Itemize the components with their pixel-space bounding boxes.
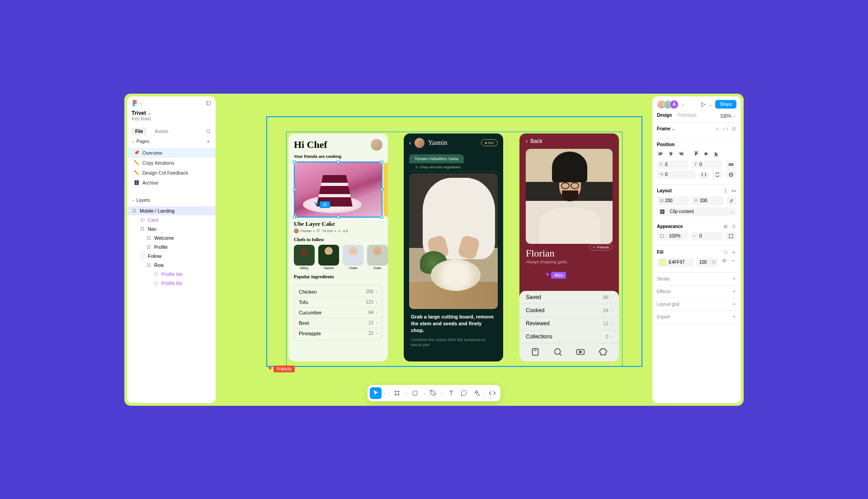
align-right-icon[interactable] bbox=[677, 150, 685, 158]
chevron-down-icon[interactable]: ⌄ bbox=[422, 387, 426, 399]
svg-point-59 bbox=[724, 251, 725, 252]
chevron-down-icon[interactable]: ⌄ bbox=[132, 198, 135, 202]
selected-card[interactable] bbox=[294, 162, 382, 218]
mockup-live-cooking[interactable]: ‹Yasminlive Tomato-Habañero Salsa 2. Cho… bbox=[404, 133, 503, 361]
mockup-landing[interactable]: Hi Chef Your friends are cooking Ube Lay… bbox=[288, 133, 388, 361]
export-section[interactable]: Export bbox=[652, 311, 741, 323]
y-input[interactable]: Y0 bbox=[691, 161, 723, 169]
fill-remove-icon[interactable] bbox=[730, 258, 736, 263]
svg-rect-85 bbox=[413, 391, 417, 395]
stat-row: Reviewed12› bbox=[519, 317, 619, 330]
fit-icon[interactable] bbox=[715, 126, 720, 132]
clip-content-select[interactable]: Clip content⌄ bbox=[657, 207, 736, 216]
mockup-profile[interactable]: ‹Back Florian Always chopping garlic. ✓ … bbox=[519, 133, 619, 361]
dev-mode-icon[interactable] bbox=[723, 126, 728, 132]
page-overview[interactable]: 📌Overview bbox=[127, 148, 216, 158]
align-bottom-icon[interactable] bbox=[712, 150, 720, 158]
frame-header: Frame bbox=[657, 126, 670, 131]
page-copy-iterations[interactable]: ✏️Copy Iterations bbox=[127, 158, 216, 168]
rotation-input[interactable]: ⟲0 bbox=[657, 171, 696, 179]
move-tool-button[interactable] bbox=[370, 387, 382, 399]
layer-row[interactable]: Row bbox=[127, 261, 216, 270]
actions-tool-button[interactable] bbox=[471, 387, 482, 399]
text-tool-button[interactable] bbox=[445, 387, 457, 399]
page-design-crit[interactable]: ✏️Design Crit Feedback bbox=[127, 168, 216, 178]
constrain-icon[interactable] bbox=[726, 196, 736, 205]
comment-tool-button[interactable] bbox=[458, 387, 470, 399]
fill-visible-icon[interactable] bbox=[721, 258, 727, 263]
more-icon[interactable] bbox=[726, 171, 736, 179]
svg-point-61 bbox=[724, 253, 725, 254]
fill-opacity-input[interactable]: 100 % bbox=[697, 258, 718, 267]
autolayout-v-icon[interactable] bbox=[723, 188, 728, 194]
tab-prototype[interactable]: Prototype bbox=[677, 113, 697, 119]
chef-avatar bbox=[415, 138, 425, 148]
project-title[interactable]: Trivet⌄ bbox=[127, 108, 216, 116]
chevron-down-icon[interactable]: ⌄ bbox=[404, 387, 408, 399]
share-button[interactable]: Share bbox=[715, 100, 736, 109]
corner-radius-input[interactable]: ⌐0 bbox=[691, 232, 723, 240]
chevron-down-icon[interactable]: ⌄ bbox=[132, 139, 135, 144]
pen-tool-button[interactable] bbox=[427, 387, 439, 399]
tab-file[interactable]: File bbox=[132, 128, 146, 135]
flip-h-icon[interactable] bbox=[698, 171, 709, 179]
visibility-icon[interactable] bbox=[723, 224, 728, 229]
tab-assets[interactable]: Assets bbox=[151, 128, 172, 135]
dev-mode-button[interactable] bbox=[486, 387, 498, 399]
blend-mode-icon[interactable] bbox=[731, 224, 736, 229]
autolayout-h-icon[interactable] bbox=[731, 188, 736, 194]
stroke-section[interactable]: Stroke bbox=[652, 273, 741, 285]
align-left-icon[interactable] bbox=[657, 150, 665, 158]
styles-icon[interactable] bbox=[723, 250, 728, 255]
chevron-down-icon[interactable]: ⌄ bbox=[672, 127, 675, 131]
add-page-icon[interactable] bbox=[206, 139, 211, 144]
tab-design[interactable]: Design bbox=[657, 113, 672, 119]
frame-tool-button[interactable] bbox=[391, 387, 403, 399]
layer-frame[interactable]: Mobile / Landing bbox=[127, 206, 216, 215]
panel-toggle-icon[interactable] bbox=[206, 100, 211, 106]
canvas[interactable]: Hi Chef Your friends are cooking Ube Lay… bbox=[223, 96, 645, 403]
search-icon[interactable] bbox=[206, 128, 211, 134]
align-vcenter-icon[interactable] bbox=[702, 150, 710, 158]
layer-tile-1[interactable]: Profile tile bbox=[127, 270, 216, 279]
svg-marker-80 bbox=[580, 351, 582, 353]
avatar[interactable]: A bbox=[670, 100, 679, 109]
layer-welcome[interactable]: Welcome bbox=[127, 233, 216, 242]
width-input[interactable]: W200 bbox=[657, 196, 689, 205]
page-archive[interactable]: 🗄️Archive bbox=[127, 178, 216, 188]
layout-grid-section[interactable]: Layout grid bbox=[652, 298, 741, 311]
present-icon[interactable] bbox=[700, 101, 706, 108]
chevron-down-icon[interactable]: ⌄ bbox=[709, 102, 712, 107]
flip-v-icon[interactable] bbox=[712, 171, 723, 179]
add-fill-icon[interactable] bbox=[731, 250, 736, 255]
x-input[interactable]: X0 bbox=[657, 161, 689, 169]
layer-tile-2[interactable]: Profile tile bbox=[127, 279, 216, 288]
layer-follow[interactable]: Follow bbox=[127, 252, 216, 261]
height-input[interactable]: H200 bbox=[692, 196, 724, 205]
component-icon[interactable] bbox=[731, 126, 736, 132]
svg-rect-29 bbox=[732, 127, 736, 130]
recipe-meta: Florian⏱70 min★4.8 bbox=[294, 228, 382, 237]
abs-position-icon[interactable] bbox=[726, 161, 736, 169]
independent-corners-icon[interactable] bbox=[726, 232, 736, 240]
svg-point-65 bbox=[724, 260, 725, 261]
collaborator-avatars[interactable]: A bbox=[657, 100, 679, 109]
chevron-down-icon[interactable]: ⌄ bbox=[440, 387, 444, 399]
chevron-down-icon[interactable]: ⌄ bbox=[382, 387, 387, 399]
fill-swatch[interactable] bbox=[660, 259, 666, 266]
align-hcenter-icon[interactable] bbox=[667, 150, 675, 158]
opacity-input[interactable]: 100% bbox=[657, 232, 689, 240]
figma-menu[interactable]: ⌄ bbox=[132, 100, 143, 106]
layer-nav[interactable]: Nav bbox=[127, 224, 216, 233]
add-icon bbox=[732, 314, 736, 319]
layer-card[interactable]: Card bbox=[127, 215, 216, 224]
shape-tool-button[interactable] bbox=[409, 387, 421, 399]
list-item: Pineapple22› bbox=[294, 328, 382, 338]
step-label: 2. Chop and add vegetables bbox=[409, 163, 498, 171]
zoom-control[interactable]: 100%⌄ bbox=[720, 114, 736, 119]
effects-section[interactable]: Effects bbox=[652, 285, 741, 298]
fill-color-input[interactable]: E4FF97 bbox=[657, 258, 694, 267]
chevron-down-icon[interactable]: ⌄ bbox=[681, 102, 685, 107]
align-top-icon[interactable] bbox=[692, 150, 700, 158]
layer-profile[interactable]: Profile bbox=[127, 242, 216, 252]
